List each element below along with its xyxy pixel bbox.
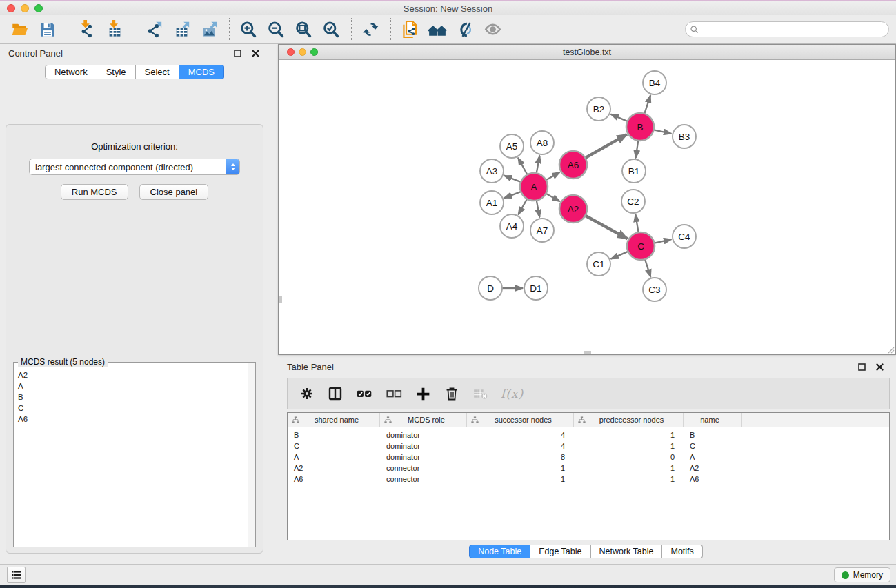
- graph-node-A4[interactable]: A4: [500, 214, 524, 238]
- result-scrollbar[interactable]: [248, 363, 255, 547]
- table-row[interactable]: Cdominator41C: [288, 440, 889, 452]
- result-item[interactable]: C: [18, 403, 247, 414]
- zoom-out-icon[interactable]: [264, 18, 288, 41]
- graph-edge-A-A4[interactable]: [518, 199, 527, 215]
- graph-edge-A-A3[interactable]: [504, 176, 521, 183]
- tab-style[interactable]: Style: [97, 65, 136, 79]
- tab-node-table[interactable]: Node Table: [469, 545, 530, 558]
- network-canvas[interactable]: AA1A2A3A4A5A6A7A8BB1B2B3B4CC1C2C3C4DD1: [279, 60, 895, 354]
- close-table-panel-icon[interactable]: [874, 361, 885, 372]
- graph-edge-B-B2[interactable]: [610, 114, 628, 122]
- float-table-panel-icon[interactable]: [856, 361, 867, 372]
- export-table-icon[interactable]: [170, 18, 193, 41]
- resize-grip[interactable]: [886, 345, 895, 354]
- graph-node-C3[interactable]: C3: [643, 278, 666, 301]
- export-image-icon[interactable]: [197, 18, 221, 41]
- graph-edge-A-A7[interactable]: [537, 200, 540, 218]
- column-visibility-icon[interactable]: [327, 383, 344, 404]
- table-cell[interactable]: A: [288, 453, 380, 461]
- table-row[interactable]: Bdominator41B: [288, 429, 889, 440]
- show-panel-icon[interactable]: [481, 18, 504, 41]
- zoom-selected-icon[interactable]: [319, 18, 343, 41]
- run-mcds-button[interactable]: Run MCDS: [61, 184, 128, 200]
- graph-edge-B-B4[interactable]: [644, 95, 650, 114]
- graph-node-B[interactable]: B: [626, 113, 654, 141]
- column-header-name[interactable]: name: [684, 413, 742, 427]
- table-cell[interactable]: A: [684, 453, 742, 461]
- graph-edge-A-A8[interactable]: [537, 156, 540, 174]
- graph-node-C2[interactable]: C2: [621, 190, 645, 213]
- graph-node-C4[interactable]: C4: [673, 225, 696, 248]
- tab-motifs[interactable]: Motifs: [662, 545, 702, 558]
- task-history-button[interactable]: [7, 567, 26, 583]
- graph-node-A7[interactable]: A7: [530, 219, 554, 242]
- table-row[interactable]: Adominator80A: [288, 452, 889, 463]
- result-item[interactable]: B: [18, 392, 247, 403]
- table-settings-icon[interactable]: [299, 383, 315, 404]
- delete-icon[interactable]: [444, 383, 460, 404]
- graph-edge-A6-B[interactable]: [585, 134, 627, 159]
- graph-node-B3[interactable]: B3: [673, 125, 696, 148]
- table-cell[interactable]: 4: [467, 431, 574, 439]
- table-cell[interactable]: dominator: [380, 453, 467, 461]
- zoom-in-icon[interactable]: [237, 18, 260, 41]
- graph-edge-B-B3[interactable]: [653, 130, 672, 134]
- hide-panel-icon[interactable]: [453, 18, 477, 41]
- table-cell[interactable]: 1: [574, 442, 684, 450]
- home-icon[interactable]: [426, 18, 449, 41]
- result-item[interactable]: A: [18, 381, 247, 392]
- import-network-icon[interactable]: [75, 18, 99, 41]
- select-all-icon[interactable]: [355, 383, 373, 404]
- refresh-icon[interactable]: [359, 18, 382, 41]
- unselect-all-icon[interactable]: [385, 383, 403, 404]
- graph-node-C[interactable]: C: [627, 232, 655, 260]
- tab-network[interactable]: Network: [45, 65, 97, 79]
- graph-edge-A-A5[interactable]: [518, 158, 528, 176]
- import-table-icon[interactable]: [103, 18, 126, 41]
- graph-node-D1[interactable]: D1: [524, 276, 548, 300]
- column-header-successor-nodes[interactable]: successor nodes: [467, 413, 574, 427]
- tab-network-table[interactable]: Network Table: [591, 545, 663, 558]
- table-cell[interactable]: B: [288, 431, 380, 439]
- table-cell[interactable]: A2: [288, 464, 380, 472]
- table-cell[interactable]: dominator: [380, 431, 467, 439]
- graph-edge-C-C1[interactable]: [611, 251, 629, 258]
- table-cell[interactable]: connector: [380, 464, 467, 472]
- graph-node-B4[interactable]: B4: [643, 71, 666, 94]
- table-row[interactable]: A2connector11A2: [288, 463, 889, 474]
- export-network-icon[interactable]: [142, 18, 166, 41]
- network-document-icon[interactable]: [398, 18, 421, 41]
- close-panel-button[interactable]: Close panel: [139, 184, 209, 200]
- table-cell[interactable]: 1: [467, 464, 574, 472]
- graph-node-A3[interactable]: A3: [480, 159, 504, 183]
- table-cell[interactable]: A6: [684, 475, 742, 483]
- memory-button[interactable]: Memory: [834, 567, 890, 582]
- graph-node-B2[interactable]: B2: [587, 97, 610, 121]
- tab-mcds[interactable]: MCDS: [179, 65, 224, 79]
- graph-edge-B-B1[interactable]: [636, 140, 639, 158]
- graph-edge-A-A6[interactable]: [546, 172, 560, 181]
- graph-edge-A2-C[interactable]: [585, 215, 628, 239]
- criterion-dropdown[interactable]: largest connected component (directed): [29, 159, 240, 175]
- table-cell[interactable]: B: [684, 431, 742, 439]
- graph-edge-C-C4[interactable]: [654, 239, 672, 243]
- float-panel-icon[interactable]: [232, 48, 243, 59]
- table-cell[interactable]: 4: [467, 442, 574, 450]
- table-cell[interactable]: dominator: [380, 442, 467, 450]
- graph-edge-C-C2[interactable]: [635, 214, 639, 234]
- tab-edge-table[interactable]: Edge Table: [530, 545, 590, 558]
- table-cell[interactable]: A6: [288, 475, 380, 483]
- table-row[interactable]: A6connector11A6: [288, 474, 889, 485]
- tab-select[interactable]: Select: [136, 65, 179, 79]
- column-header-predecessor-nodes[interactable]: predecessor nodes: [574, 413, 684, 427]
- table-cell[interactable]: 1: [574, 464, 684, 472]
- table-cell[interactable]: 1: [574, 431, 684, 439]
- graph-node-A5[interactable]: A5: [500, 134, 524, 158]
- graph-edge-A-A1[interactable]: [504, 192, 521, 199]
- zoom-fit-icon[interactable]: [292, 18, 315, 41]
- graph-node-B1[interactable]: B1: [622, 159, 646, 183]
- table-cell[interactable]: C: [288, 442, 380, 450]
- search-box[interactable]: [685, 21, 889, 37]
- table-cell[interactable]: connector: [380, 475, 467, 483]
- result-item[interactable]: A2: [18, 369, 247, 381]
